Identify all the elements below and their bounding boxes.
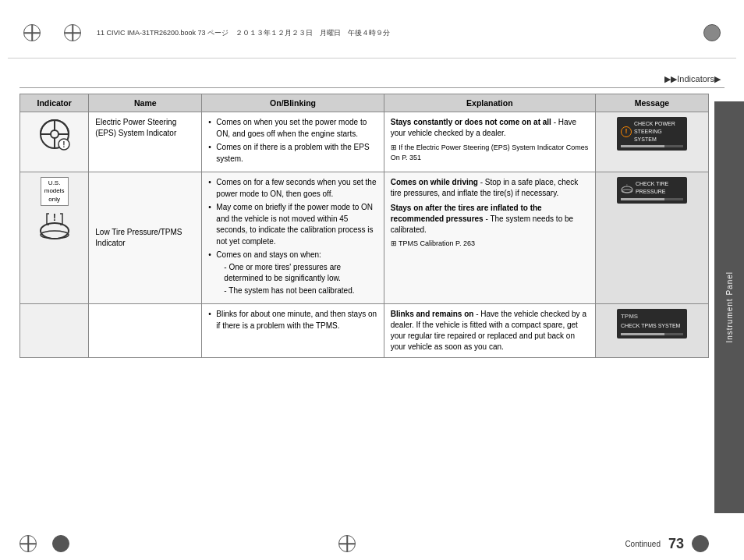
continued-label: Continued (625, 540, 661, 548)
eps-msg-icon: ! (621, 126, 632, 137)
tpms-msg-row: ! CHECK TIRE PRESSURE (621, 180, 683, 196)
top-divider (19, 87, 725, 88)
page-number: 73 (668, 536, 684, 552)
indicators-nav: ▶▶Indicators▶ (664, 74, 721, 84)
tpms-name: Low Tire Pressure/TPMS Indicator (95, 228, 182, 247)
corner-mark-top-left2 (64, 24, 81, 41)
tpms-tire-icon: ! (621, 182, 633, 194)
tpms-bullet-list: Comes on for a few seconds when you set … (208, 177, 377, 296)
tpms-blink-bold: Blinks and remains on (391, 310, 474, 318)
eps-progress-bar (621, 145, 664, 147)
tpms-blink-indicator-cell (20, 304, 89, 358)
corner-mark-bottom-center (338, 535, 356, 552)
tpms-indicator-cell: U.S.modelsonly ! (20, 172, 89, 304)
tpms-icon-container: U.S.modelsonly ! (27, 177, 82, 243)
table-row-tpms-blink: Blinks for about one minute, and then st… (20, 304, 709, 358)
svg-point-9 (41, 231, 69, 239)
tpms-explanation-cell: Comes on while driving - Stop in a safe … (384, 172, 595, 304)
eps-bold: Stays constantly or does not come on at … (391, 118, 551, 126)
tpms-blink-on-blinking-cell: Blinks for about one minute, and then st… (202, 304, 384, 358)
tpms-name-cell: Low Tire Pressure/TPMS Indicator (89, 172, 202, 304)
svg-point-1 (51, 130, 58, 138)
tpms-blink-explanation-cell: Blinks and remains on - Have the vehicle… (384, 304, 595, 358)
tpms-progress-bar (621, 198, 664, 200)
table-row-tpms: U.S.modelsonly ! (20, 172, 709, 304)
indicators-label: ▶▶Indicators▶ (664, 74, 721, 84)
list-item: Comes on for a few seconds when you set … (208, 177, 377, 200)
col-header-name: Name (89, 94, 202, 112)
eps-msg-progress (621, 145, 683, 147)
tpms-bold-2: Stays on after the tires are inflated to… (391, 204, 542, 223)
eps-msg-text: CHECK POWER STEERING SYSTEM (634, 120, 683, 143)
tpms-blink-message-cell: TPMS CHECK TPMS SYSTEM (595, 304, 708, 358)
right-sidebar: Instrument Panel (714, 101, 744, 513)
list-item: Comes on when you set the power mode to … (208, 117, 377, 140)
page-header: 11 CIVIC IMA-31TR26200.book 73 ページ ２０１３年… (8, 8, 736, 58)
header-left: 11 CIVIC IMA-31TR26200.book 73 ページ ２０１３年… (23, 24, 390, 41)
footer-center (338, 535, 356, 552)
eps-explanation: Stays constantly or does not come on at … (391, 117, 589, 139)
sub-bullet: - One or more tires' pressures are deter… (216, 262, 377, 285)
tpms-bold-1: Comes on while driving (391, 178, 478, 186)
eps-message-cell: ! CHECK POWER STEERING SYSTEM (595, 112, 708, 172)
tpms-blink-explanation: Blinks and remains on - Have the vehicle… (391, 309, 589, 353)
tpms-blink-message-box: TPMS CHECK TPMS SYSTEM (617, 309, 687, 338)
corner-mark-bottom-left2 (52, 535, 69, 552)
eps-indicator-cell: ! (20, 112, 89, 172)
tpms-message-box: ! CHECK TIRE PRESSURE (617, 177, 687, 204)
tpms-blink-name-cell (89, 304, 202, 358)
col-header-message: Message (595, 94, 708, 112)
list-item: Blinks for about one minute, and then st… (208, 309, 377, 331)
svg-point-12 (622, 190, 632, 193)
footer-left (19, 535, 69, 552)
footer-right: Continued 73 (625, 535, 709, 552)
svg-text:!: ! (52, 211, 55, 223)
tpms-explanation-1: Comes on while driving - Stop in a safe … (391, 177, 589, 199)
eps-name-cell: Electric Power Steering (EPS) System Ind… (89, 112, 202, 172)
corner-mark-top-left (23, 24, 41, 41)
tpms-blink-msg-text: CHECK TPMS SYSTEM (621, 322, 683, 330)
us-models-badge: U.S.modelsonly (41, 177, 69, 206)
col-header-explanation: Explanation (384, 94, 595, 112)
eps-bullet-list: Comes on when you set the power mode to … (208, 117, 377, 165)
tpms-label: TPMS (621, 312, 683, 321)
tpms-explanation-2: Stays on after the tires are inflated to… (391, 203, 589, 236)
tpms-progress (621, 198, 683, 200)
col-header-on-blinking: On/Blinking (202, 94, 384, 112)
file-info: 11 CIVIC IMA-31TR26200.book 73 ページ ２０１３年… (97, 28, 390, 38)
tpms-note: ⊞ TPMS Calibration P. 263 (391, 239, 589, 249)
sub-bullet: - The system has not been calibrated. (216, 285, 377, 297)
eps-on-blinking-cell: Comes on when you set the power mode to … (202, 112, 384, 172)
svg-text:!: ! (626, 183, 627, 188)
eps-message-box: ! CHECK POWER STEERING SYSTEM (617, 117, 687, 151)
sidebar-label: Instrument Panel (725, 271, 734, 343)
page-footer: Continued 73 (19, 535, 709, 552)
eps-explanation-cell: Stays constantly or does not come on at … (384, 112, 595, 172)
list-item: Comes on if there is a problem with the … (208, 142, 377, 165)
tpms-blink-progress-bar (621, 333, 664, 335)
corner-mark-bottom-right (692, 535, 709, 552)
tpms-on-blinking-cell: Comes on for a few seconds when you set … (202, 172, 384, 304)
tpms-blink-bullet-list: Blinks for about one minute, and then st… (208, 309, 377, 331)
eps-name: Electric Power Steering (EPS) System Ind… (95, 118, 176, 137)
list-item: Comes on and stays on when: - One or mor… (208, 250, 377, 296)
eps-note: ⊞ If the Electric Power Steering (EPS) S… (391, 143, 589, 162)
col-header-indicator: Indicator (20, 94, 89, 112)
indicator-table: Indicator Name On/Blinking Explanation M… (19, 94, 709, 358)
eps-icon: ! (36, 117, 73, 154)
corner-mark-bottom-left (19, 535, 37, 552)
tpms-message-cell: ! CHECK TIRE PRESSURE (595, 172, 708, 304)
table-row-eps: ! Electric Power Steering (EPS) System I… (20, 112, 709, 172)
tpms-icon: ! (37, 209, 72, 243)
tpms-msg-text: CHECK TIRE PRESSURE (636, 180, 668, 196)
main-content: Indicator Name On/Blinking Explanation M… (19, 94, 709, 513)
svg-text:!: ! (62, 140, 65, 149)
eps-msg-row: ! CHECK POWER STEERING SYSTEM (621, 120, 683, 143)
tpms-blink-progress (621, 333, 683, 335)
list-item: May come on briefly if the power mode to… (208, 202, 377, 247)
corner-mark-top-right (703, 24, 721, 41)
